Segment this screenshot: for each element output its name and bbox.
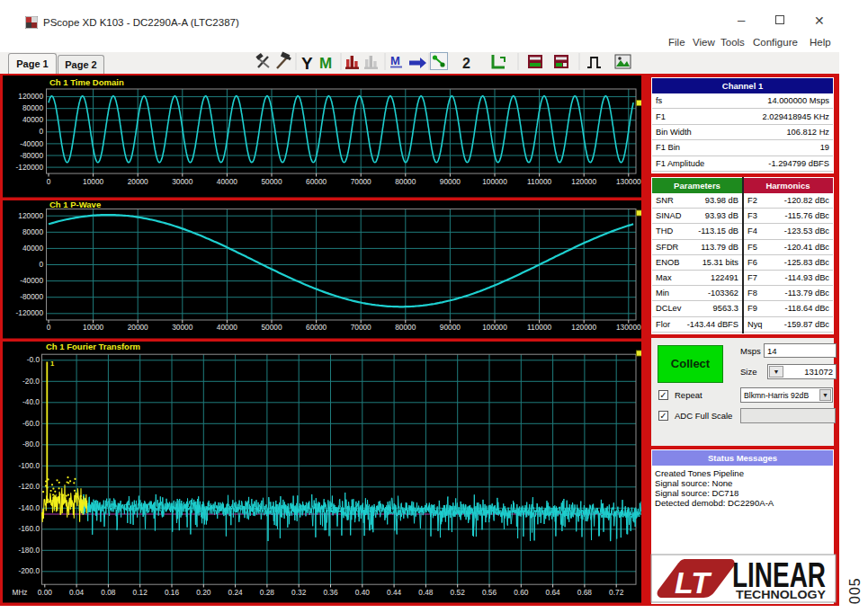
svg-text:130000: 130000 bbox=[616, 177, 641, 186]
svg-text:80000: 80000 bbox=[22, 227, 43, 236]
svg-text:0: 0 bbox=[47, 177, 51, 186]
svg-text:40000: 40000 bbox=[217, 323, 237, 332]
svg-text:40000: 40000 bbox=[22, 115, 43, 124]
svg-text:-40000: -40000 bbox=[20, 139, 43, 148]
svg-text:40000: 40000 bbox=[22, 244, 43, 253]
svg-text:0.00: 0.00 bbox=[38, 588, 53, 597]
svg-text:0.64: 0.64 bbox=[546, 588, 561, 597]
svg-text:-80000: -80000 bbox=[20, 292, 43, 301]
svg-text:0.40: 0.40 bbox=[355, 588, 371, 597]
svg-text:-60.0: -60.0 bbox=[22, 419, 40, 428]
svg-text:-80.0: -80.0 bbox=[22, 440, 40, 449]
svg-text:40000: 40000 bbox=[217, 177, 237, 186]
svg-text:0.36: 0.36 bbox=[323, 588, 338, 597]
svg-text:50000: 50000 bbox=[261, 177, 282, 186]
svg-text:120000: 120000 bbox=[571, 177, 596, 186]
svg-text:60000: 60000 bbox=[306, 323, 327, 332]
svg-text:10000: 10000 bbox=[83, 177, 103, 186]
svg-text:120000: 120000 bbox=[18, 92, 43, 101]
svg-text:0: 0 bbox=[39, 260, 43, 269]
svg-text:-200.0: -200.0 bbox=[18, 566, 40, 575]
svg-text:30000: 30000 bbox=[172, 177, 192, 186]
svg-text:50000: 50000 bbox=[261, 323, 282, 332]
svg-text:0.52: 0.52 bbox=[451, 588, 466, 597]
svg-text:-100.0: -100.0 bbox=[18, 461, 40, 470]
svg-text:80000: 80000 bbox=[395, 177, 416, 186]
svg-text:TECHNOLOGY: TECHNOLOGY bbox=[736, 588, 826, 601]
svg-text:-40000: -40000 bbox=[20, 276, 43, 285]
svg-text:0.48: 0.48 bbox=[418, 588, 434, 597]
svg-text:90000: 90000 bbox=[440, 323, 461, 332]
svg-text:70000: 70000 bbox=[351, 177, 371, 186]
svg-text:0.60: 0.60 bbox=[514, 588, 529, 597]
svg-text:60000: 60000 bbox=[306, 177, 327, 186]
svg-text:0: 0 bbox=[47, 323, 51, 332]
svg-text:70000: 70000 bbox=[351, 323, 371, 332]
svg-text:90000: 90000 bbox=[440, 177, 461, 186]
svg-text:MHz: MHz bbox=[12, 588, 27, 597]
svg-text:-120.0: -120.0 bbox=[18, 482, 40, 491]
svg-text:LT: LT bbox=[675, 565, 712, 600]
svg-text:0.56: 0.56 bbox=[482, 588, 497, 597]
svg-text:130000: 130000 bbox=[616, 323, 641, 332]
svg-text:0.24: 0.24 bbox=[228, 588, 244, 597]
svg-text:0.08: 0.08 bbox=[101, 588, 116, 597]
svg-text:0.32: 0.32 bbox=[291, 588, 307, 597]
svg-text:110000: 110000 bbox=[527, 177, 551, 186]
svg-text:10000: 10000 bbox=[83, 323, 103, 332]
svg-text:0.68: 0.68 bbox=[577, 588, 593, 597]
svg-text:0.16: 0.16 bbox=[165, 588, 180, 597]
svg-text:110000: 110000 bbox=[527, 323, 551, 332]
svg-text:Ch 1 Time Domain: Ch 1 Time Domain bbox=[49, 77, 124, 87]
svg-text:-40.0: -40.0 bbox=[22, 397, 40, 406]
svg-text:0.04: 0.04 bbox=[69, 588, 85, 597]
svg-text:-80000: -80000 bbox=[20, 151, 43, 160]
svg-text:1: 1 bbox=[50, 360, 54, 368]
svg-text:80000: 80000 bbox=[22, 103, 43, 112]
svg-text:100000: 100000 bbox=[482, 177, 507, 186]
svg-text:0.28: 0.28 bbox=[260, 588, 275, 597]
svg-text:-180.0: -180.0 bbox=[18, 546, 40, 555]
svg-text:-140.0: -140.0 bbox=[18, 503, 40, 512]
svg-text:0.72: 0.72 bbox=[609, 588, 624, 597]
svg-text:-120000: -120000 bbox=[16, 163, 44, 172]
svg-text:0.44: 0.44 bbox=[387, 588, 402, 597]
svg-text:-20.0: -20.0 bbox=[22, 377, 40, 386]
svg-text:80000: 80000 bbox=[395, 323, 416, 332]
svg-text:-120000: -120000 bbox=[16, 308, 44, 317]
svg-text:-160.0: -160.0 bbox=[18, 524, 40, 533]
svg-text:Ch 1 P-Wave: Ch 1 P-Wave bbox=[49, 200, 101, 209]
svg-text:0: 0 bbox=[39, 127, 43, 136]
svg-text:-0.0: -0.0 bbox=[27, 355, 40, 364]
svg-text:20000: 20000 bbox=[128, 177, 148, 186]
svg-text:Ch 1 Fourier Transform: Ch 1 Fourier Transform bbox=[46, 342, 140, 351]
svg-text:0.12: 0.12 bbox=[133, 588, 148, 597]
svg-text:120000: 120000 bbox=[571, 323, 596, 332]
svg-text:30000: 30000 bbox=[172, 323, 192, 332]
svg-text:20000: 20000 bbox=[128, 323, 148, 332]
svg-text:0.20: 0.20 bbox=[196, 588, 211, 597]
svg-text:100000: 100000 bbox=[482, 323, 507, 332]
svg-text:120000: 120000 bbox=[18, 211, 43, 220]
